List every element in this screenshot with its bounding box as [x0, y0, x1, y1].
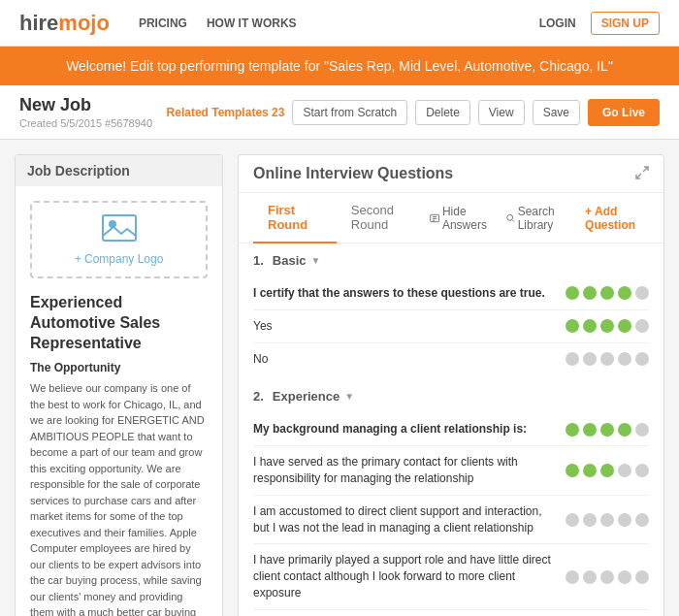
dot-2[interactable] — [600, 286, 614, 300]
right-panel: Online Interview Questions First Round S… — [238, 154, 664, 616]
dot-3[interactable] — [618, 464, 631, 477]
question-row: I have primarily played a support role a… — [253, 544, 649, 609]
dot-2[interactable] — [600, 570, 614, 584]
question-text: I have served as the primary contact for… — [253, 454, 566, 487]
dot-1[interactable] — [583, 286, 597, 300]
dot-3[interactable] — [618, 286, 631, 300]
question-text: I certify that the answers to these ques… — [253, 285, 566, 302]
dot-4[interactable] — [635, 319, 649, 333]
header: hiremojo PRICING HOW IT WORKS LOGIN SIGN… — [0, 0, 679, 47]
question-row: I am accustomed to direct client support… — [253, 496, 649, 545]
add-question-label: + Add Question — [585, 205, 649, 232]
related-count: 23 — [272, 106, 284, 119]
dot-2[interactable] — [600, 423, 614, 437]
dot-1[interactable] — [583, 423, 597, 437]
start-from-scratch-button[interactable]: Start from Scratch — [292, 100, 407, 125]
section-group-2: 2.Experience ▼My background managing a c… — [253, 389, 649, 616]
view-button[interactable]: View — [478, 100, 525, 125]
hide-answers-label: Hide Answers — [442, 205, 495, 232]
dot-2[interactable] — [600, 352, 614, 366]
dot-4[interactable] — [635, 286, 649, 300]
save-button[interactable]: Save — [533, 100, 580, 125]
opportunity-text: We believe our company is one of the bes… — [30, 380, 208, 616]
section-chevron[interactable]: ▼ — [344, 391, 354, 402]
questions-container: 1.Basic ▼I certify that the answers to t… — [239, 243, 663, 616]
dot-3[interactable] — [618, 352, 631, 366]
dot-3[interactable] — [618, 319, 631, 333]
nav-pricing[interactable]: PRICING — [139, 16, 187, 30]
hide-answers-button[interactable]: Hide Answers — [430, 205, 495, 232]
tabs: First Round Second Round Hide Answers — [239, 193, 663, 243]
section-chevron[interactable]: ▼ — [311, 255, 321, 266]
login-button[interactable]: LOGIN — [539, 16, 576, 30]
job-title: New Job — [19, 95, 152, 115]
nav-how-it-works[interactable]: HOW IT WORKS — [207, 16, 297, 30]
expand-icon[interactable] — [635, 166, 649, 182]
dot-2[interactable] — [600, 319, 614, 333]
image-icon — [102, 214, 137, 248]
dot-3[interactable] — [618, 513, 631, 527]
question-dots[interactable] — [566, 570, 649, 584]
add-company-logo-button[interactable]: + Company Logo — [75, 252, 164, 266]
question-dots[interactable] — [566, 352, 649, 366]
search-library-button[interactable]: Search Library — [506, 205, 573, 232]
question-text: My background managing a client relation… — [253, 421, 566, 438]
dot-4[interactable] — [635, 423, 649, 437]
delete-button[interactable]: Delete — [415, 100, 470, 125]
dot-0[interactable] — [566, 570, 579, 584]
dot-2[interactable] — [600, 513, 614, 527]
dot-0[interactable] — [566, 513, 579, 527]
question-text: No — [253, 351, 566, 368]
dot-4[interactable] — [635, 352, 649, 366]
logo-mojo: mojo — [58, 11, 110, 35]
right-panel-header: Online Interview Questions — [239, 155, 663, 193]
dot-1[interactable] — [583, 464, 597, 477]
dot-4[interactable] — [635, 513, 649, 527]
question-row: I have served as the primary contact for… — [253, 446, 649, 496]
question-dots[interactable] — [566, 319, 649, 333]
dot-0[interactable] — [566, 423, 579, 437]
banner-text: Welcome! Edit top performing template fo… — [66, 58, 613, 74]
question-dots[interactable] — [566, 464, 649, 477]
go-live-button[interactable]: Go Live — [588, 99, 660, 126]
company-logo-placeholder[interactable]: + Company Logo — [30, 201, 208, 278]
job-info: New Job Created 5/5/2015 #5678940 — [19, 95, 152, 129]
logo-hire: hire — [19, 11, 58, 35]
question-dots[interactable] — [566, 423, 649, 437]
question-text: Yes — [253, 318, 566, 335]
tab-second-round[interactable]: Second Round — [337, 193, 430, 243]
header-right: LOGIN SIGN UP — [539, 12, 660, 35]
question-row: No — [253, 343, 649, 375]
svg-point-8 — [507, 214, 513, 220]
dot-3[interactable] — [618, 570, 631, 584]
related-templates-button[interactable]: Related Templates 23 — [167, 106, 285, 119]
section-group-1: 1.Basic ▼I certify that the answers to t… — [253, 253, 649, 374]
dot-0[interactable] — [566, 352, 579, 366]
dot-1[interactable] — [583, 570, 597, 584]
job-description-title: Job Description — [16, 155, 222, 186]
section-label-1: 1.Basic ▼ — [253, 253, 649, 268]
dot-4[interactable] — [635, 464, 649, 477]
job-meta: Created 5/5/2015 #5678940 — [19, 117, 152, 129]
nav-links: PRICING HOW IT WORKS — [139, 16, 539, 30]
dot-0[interactable] — [566, 286, 579, 300]
signup-button[interactable]: SIGN UP — [591, 12, 660, 35]
dot-1[interactable] — [583, 319, 597, 333]
question-dots[interactable] — [566, 286, 649, 300]
add-question-button[interactable]: + Add Question — [585, 205, 649, 232]
logo[interactable]: hiremojo — [19, 11, 110, 36]
dot-4[interactable] — [635, 570, 649, 584]
question-row: Yes — [253, 310, 649, 343]
dot-1[interactable] — [583, 513, 597, 527]
job-description-heading: Experienced Automotive Sales Representat… — [30, 293, 208, 353]
dot-0[interactable] — [566, 464, 579, 477]
tab-first-round[interactable]: First Round — [253, 193, 337, 243]
search-library-label: Search Library — [518, 205, 573, 232]
dot-3[interactable] — [618, 423, 631, 437]
question-text: I am accustomed to direct client support… — [253, 503, 566, 536]
dot-2[interactable] — [600, 464, 614, 477]
question-row: I would be new to managing client relati… — [253, 610, 649, 616]
dot-1[interactable] — [583, 352, 597, 366]
dot-0[interactable] — [566, 319, 579, 333]
question-dots[interactable] — [566, 513, 649, 527]
